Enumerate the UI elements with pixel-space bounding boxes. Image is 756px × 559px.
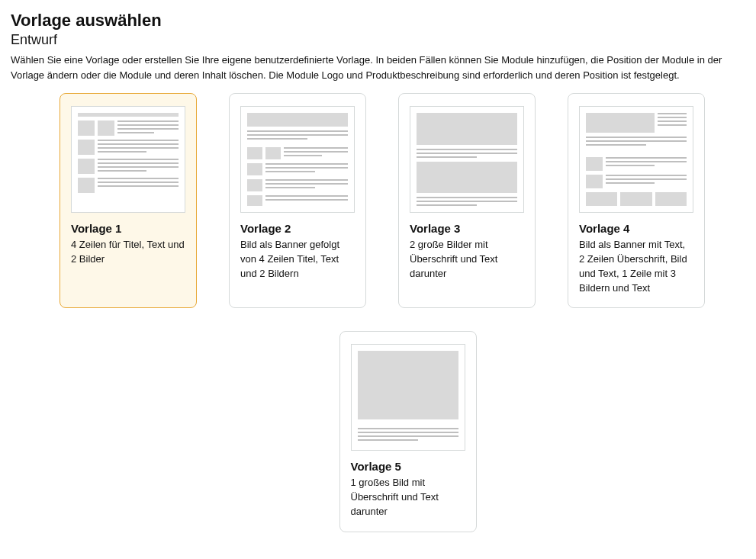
template-title: Vorlage 4 xyxy=(579,222,693,235)
template-thumbnail-icon xyxy=(579,106,693,213)
template-thumbnail-icon xyxy=(240,106,355,213)
template-title: Vorlage 3 xyxy=(410,222,524,235)
template-title: Vorlage 2 xyxy=(240,222,355,235)
template-description: 4 Zeilen für Titel, Text und 2 Bilder xyxy=(71,238,185,267)
template-card-3[interactable]: Vorlage 3 2 große Bilder mit Überschrift… xyxy=(398,93,536,308)
template-thumbnail-icon xyxy=(410,106,524,213)
template-card-2[interactable]: Vorlage 2 Bild als Banner gefolgt von 4 … xyxy=(229,93,366,308)
template-grid: Vorlage 1 4 Zeilen für Titel, Text und 2… xyxy=(60,93,745,308)
page-description: Wählen Sie eine Vorlage oder erstellen S… xyxy=(11,53,743,82)
template-description: Bild als Banner mit Text, 2 Zeilen Übers… xyxy=(579,238,693,295)
template-card-5[interactable]: Vorlage 5 1 großes Bild mit Überschrift … xyxy=(339,331,477,532)
template-title: Vorlage 1 xyxy=(71,222,185,235)
template-description: Bild als Banner gefolgt von 4 Zeilen Tit… xyxy=(240,238,355,281)
template-thumbnail-icon xyxy=(71,106,185,213)
template-card-4[interactable]: Vorlage 4 Bild als Banner mit Text, 2 Ze… xyxy=(568,93,705,308)
template-title: Vorlage 5 xyxy=(351,460,465,473)
template-thumbnail-icon xyxy=(351,344,465,451)
page-subtitle: Entwurf xyxy=(11,32,745,48)
template-description: 1 großes Bild mit Überschrift und Text d… xyxy=(351,476,465,519)
page-title: Vorlage auswählen xyxy=(11,11,745,31)
template-card-1[interactable]: Vorlage 1 4 Zeilen für Titel, Text und 2… xyxy=(60,93,197,308)
template-description: 2 große Bilder mit Überschrift und Text … xyxy=(410,238,524,281)
